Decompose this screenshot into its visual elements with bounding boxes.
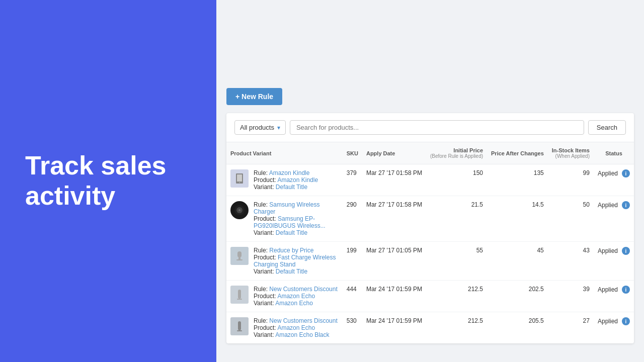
new-rule-button[interactable]: + New Rule: [226, 88, 282, 105]
cell-sku-3: 444: [343, 281, 362, 312]
table-row: Rule: Amazon Kindle Product: Amazon Kind…: [226, 164, 634, 196]
table-row: Rule: New Customers Discount Product: Am…: [226, 312, 634, 344]
col-header-price-after: Price After Changes: [487, 142, 548, 164]
col-header-product-variant: Product Variant: [226, 142, 343, 164]
cell-product-variant-4: Rule: New Customers Discount Product: Am…: [226, 312, 343, 344]
dropdown-label: All products: [240, 124, 274, 131]
svg-rect-1: [237, 174, 242, 182]
cell-apply-date-2: Mar 27 '17 01:05 PM: [362, 242, 426, 281]
table-row: Rule: New Customers Discount Product: Am…: [226, 281, 634, 312]
cell-price-after-2: 45: [487, 242, 548, 281]
info-icon-4[interactable]: i: [622, 317, 630, 325]
cell-status-2: Applied i: [594, 242, 634, 281]
cell-apply-date-3: Mar 24 '17 01:59 PM: [362, 281, 426, 312]
toolbar: + New Rule: [216, 88, 644, 113]
cell-status-4: Applied i: [594, 312, 634, 344]
info-icon-3[interactable]: i: [622, 286, 630, 294]
cell-product-variant-0: Rule: Amazon Kindle Product: Amazon Kind…: [226, 164, 343, 196]
cell-sku-2: 199: [343, 242, 362, 281]
cell-price-after-0: 135: [487, 164, 548, 196]
search-input[interactable]: [290, 120, 584, 135]
col-header-sku: SKU: [343, 142, 362, 164]
svg-point-2: [239, 182, 240, 183]
svg-rect-8: [236, 259, 243, 260]
search-button[interactable]: Search: [588, 120, 626, 135]
cell-in-stock-2: 43: [548, 242, 594, 281]
cell-apply-date-4: Mar 24 '17 01:59 PM: [362, 312, 426, 344]
left-panel: Track salesactivity: [0, 0, 216, 362]
cell-price-after-3: 202.5: [487, 281, 548, 312]
search-bar: All products ▾ Search: [226, 113, 634, 142]
cell-price-after-1: 14.5: [487, 196, 548, 242]
cell-in-stock-1: 50: [548, 196, 594, 242]
cell-status-3: Applied i: [594, 281, 634, 312]
cell-initial-price-1: 21.5: [426, 196, 487, 242]
svg-rect-9: [238, 290, 241, 299]
table-row: Rule: Reduce by Price Product: Fast Char…: [226, 242, 634, 281]
product-filter-dropdown[interactable]: All products ▾: [234, 120, 286, 135]
info-icon-2[interactable]: i: [622, 247, 630, 255]
top-spacer: [216, 0, 644, 88]
cell-initial-price-3: 212.5: [426, 281, 487, 312]
cell-sku-1: 290: [343, 196, 362, 242]
cell-product-variant-3: Rule: New Customers Discount Product: Am…: [226, 281, 343, 312]
info-icon-1[interactable]: i: [622, 201, 630, 209]
cell-initial-price-4: 212.5: [426, 312, 487, 344]
svg-rect-11: [238, 321, 241, 330]
svg-point-5: [238, 209, 240, 211]
col-header-in-stock: In-Stock Items (When Applied): [548, 142, 594, 164]
cell-sku-0: 379: [343, 164, 362, 196]
table-row: Rule: Samsung Wireless Charger Product: …: [226, 196, 634, 242]
svg-rect-6: [237, 251, 242, 257]
cell-initial-price-2: 55: [426, 242, 487, 281]
cell-in-stock-3: 39: [548, 281, 594, 312]
cell-sku-4: 530: [343, 312, 362, 344]
cell-in-stock-0: 99: [548, 164, 594, 196]
cell-product-variant-1: Rule: Samsung Wireless Charger Product: …: [226, 196, 343, 242]
svg-rect-10: [237, 299, 242, 300]
info-icon-0[interactable]: i: [622, 169, 630, 177]
products-table: Product Variant SKU Apply Date Initial P…: [226, 142, 634, 343]
col-header-status: Status: [594, 142, 634, 164]
main-card: All products ▾ Search Product Variant SK…: [226, 113, 634, 343]
cell-product-variant-2: Rule: Reduce by Price Product: Fast Char…: [226, 242, 343, 281]
cell-apply-date-1: Mar 27 '17 01:58 PM: [362, 196, 426, 242]
hero-title: Track salesactivity: [25, 151, 166, 211]
col-header-apply-date: Apply Date: [362, 142, 426, 164]
svg-rect-7: [238, 257, 240, 259]
cell-initial-price-0: 150: [426, 164, 487, 196]
col-header-initial-price: Initial Price (Before Rule is Applied): [426, 142, 487, 164]
right-panel: + New Rule All products ▾ Search Product…: [216, 0, 644, 362]
chevron-down-icon: ▾: [277, 124, 280, 131]
svg-rect-12: [237, 330, 242, 331]
cell-apply-date-0: Mar 27 '17 01:58 PM: [362, 164, 426, 196]
cell-in-stock-4: 27: [548, 312, 594, 344]
cell-price-after-4: 205.5: [487, 312, 548, 344]
cell-status-1: Applied i: [594, 196, 634, 242]
cell-status-0: Applied i: [594, 164, 634, 196]
